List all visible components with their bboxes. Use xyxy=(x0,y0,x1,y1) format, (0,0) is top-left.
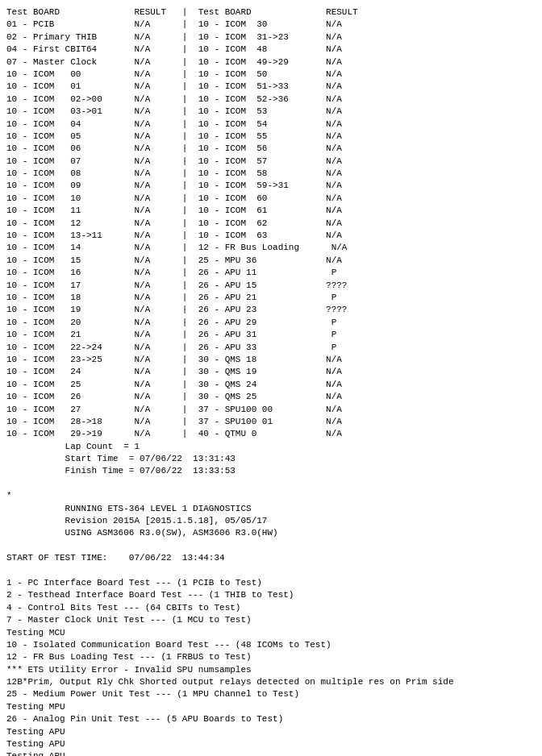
main-content: Test BOARD RESULT | Test BOARD RESULT 01… xyxy=(6,6,536,756)
diagnostic-output: Test BOARD RESULT | Test BOARD RESULT 01… xyxy=(6,6,536,756)
